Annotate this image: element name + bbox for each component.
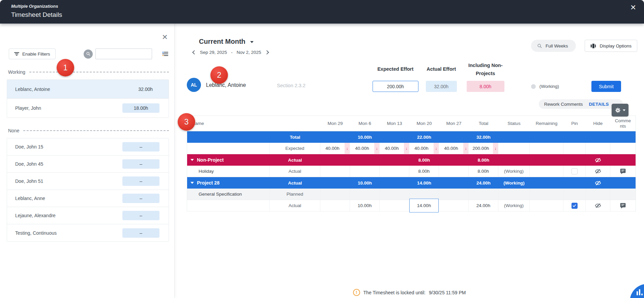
timesheet-row[interactable]: Non-ProjectActual8.00h8.00h: [187, 154, 636, 166]
page-title: Timesheet Details: [11, 11, 62, 19]
sidebar-resource-item[interactable]: Player, John18.00h: [7, 99, 169, 118]
hide-eye-icon[interactable]: [595, 168, 601, 174]
column-header-mon20: Mon 20: [409, 116, 439, 131]
filter-icon: [14, 52, 19, 56]
expected-effort-label: Expected Effort: [377, 66, 413, 72]
cell-mon13: [380, 189, 409, 200]
date-end: Nov 2, 2025: [237, 50, 261, 55]
column-header-mon29: Mon 29: [320, 116, 350, 131]
cell-label: Actual: [270, 177, 320, 189]
timesheet-row: Expected40.00h↓40.00h↓40.00h↓40.00h↓40.0…: [187, 143, 636, 154]
details-link[interactable]: DETAILS: [589, 102, 609, 107]
cell-total: 8.00h: [469, 166, 498, 177]
lock-message: The Timesheet is locked until:: [363, 290, 426, 295]
search-icon: [537, 43, 542, 48]
display-options-button[interactable]: Display Options: [585, 40, 637, 52]
bar-chart-icon: [637, 289, 643, 295]
sidebar-search-input[interactable]: [95, 48, 152, 59]
lock-datetime: 9/30/25 11:59 PM: [429, 290, 466, 295]
cell-pin: [563, 177, 586, 189]
next-period-icon[interactable]: [265, 50, 269, 55]
deficit-arrow-icon: ↓: [434, 143, 439, 154]
cell-hide: [586, 189, 610, 200]
deficit-arrow-icon: ↓: [345, 143, 350, 154]
user-status-label: (Working): [539, 84, 559, 89]
pin-checkbox[interactable]: [572, 203, 578, 209]
sidebar-resource-item[interactable]: Leblanc, Anne–: [7, 190, 169, 207]
sidebar-resource-item[interactable]: Lejaune, Alexandre–: [7, 207, 169, 224]
gear-icon: [615, 107, 621, 113]
sidebar-resource-item[interactable]: Testing, Continuous–: [7, 224, 169, 241]
actual-effort-value: 32.00h: [426, 81, 457, 92]
sidebar-resource-item[interactable]: Doe, John 45–: [7, 156, 169, 173]
full-weeks-filter[interactable]: Full Weeks: [531, 40, 576, 52]
cell-mon13: [380, 154, 409, 166]
cell-comments: [610, 143, 636, 154]
date-separator: -: [231, 50, 233, 55]
deficit-arrow-icon: ↓: [404, 143, 409, 154]
sidebar-resource-item[interactable]: Doe, John 15–: [7, 138, 169, 156]
cell-name: General Specification: [187, 189, 270, 200]
deficit-arrow-icon: ↓: [493, 143, 498, 154]
cell-comments: [610, 177, 636, 189]
modal-close-icon[interactable]: ×: [631, 3, 636, 12]
expected-effort-input[interactable]: 200.00h: [373, 81, 418, 92]
cell-hide: [586, 200, 610, 211]
sidebar-close-icon[interactable]: ×: [162, 32, 168, 42]
cell-name: [187, 143, 270, 154]
period-block: Current Month Sep 29, 2025 - Nov 2, 2025: [199, 38, 268, 55]
cell-hide: [586, 131, 610, 143]
actual-effort-label: Actual Effort: [427, 66, 456, 72]
column-header-pin: Pin: [563, 116, 586, 131]
date-range: Sep 29, 2025 - Nov 2, 2025: [193, 50, 268, 55]
prev-period-icon[interactable]: [192, 50, 197, 55]
enable-filters-button[interactable]: Enable Filters: [9, 48, 56, 59]
pin-checkbox[interactable]: [572, 168, 578, 174]
timesheet-row[interactable]: Project 28Actual10.00h14.00h24.00h(Worki…: [187, 177, 636, 189]
sidebar-resource-item[interactable]: Leblanc, Antoine32.00h: [7, 80, 169, 99]
annotation-marker-1: 1: [57, 59, 74, 76]
avatar: AL: [187, 78, 201, 92]
timesheet-row: General SpecificationPlanned: [187, 189, 636, 200]
grid-settings-button[interactable]: [612, 104, 628, 117]
period-dropdown[interactable]: Current Month: [199, 38, 268, 45]
cell-hide: [586, 177, 610, 189]
cell-total: 32.00h: [469, 131, 498, 143]
cell-mon29: [320, 177, 350, 189]
cell-mon20: 8.00h: [409, 166, 439, 177]
cell-hide: [586, 154, 610, 166]
filter-list-icon[interactable]: [162, 52, 168, 56]
resource-sidebar: × Enable Filters WorkingLeblanc, Antoine…: [0, 24, 175, 298]
cell-total: 24.00h: [469, 200, 498, 211]
warning-icon: !: [353, 289, 360, 296]
cell-status: [498, 131, 530, 143]
cell-mon27: [439, 177, 469, 189]
user-name: Leblanc, Antoine: [206, 82, 246, 88]
hide-eye-icon[interactable]: [595, 180, 601, 186]
submit-button[interactable]: Submit: [591, 81, 621, 92]
comment-icon[interactable]: [620, 202, 626, 209]
cell-label: Actual: [270, 154, 320, 166]
collapse-icon[interactable]: [191, 159, 194, 161]
date-start: Sep 29, 2025: [200, 50, 227, 55]
cell-remaining: [530, 200, 563, 211]
cell-name: Holiday: [187, 166, 270, 177]
hide-eye-icon[interactable]: [595, 157, 601, 163]
selected-effort-cell[interactable]: 14.00h: [409, 199, 439, 212]
hide-eye-icon[interactable]: [595, 202, 601, 209]
columns-icon: [590, 43, 596, 49]
sidebar-group-label: None: [8, 128, 169, 133]
search-icon[interactable]: [84, 49, 93, 59]
sidebar-toolbar: Enable Filters: [9, 48, 168, 59]
cell-mon20: 40.00h↓: [409, 143, 439, 154]
collapse-icon[interactable]: [191, 182, 194, 184]
cell-mon20: 8.00h: [409, 154, 439, 166]
cell-mon29: 40.00h↓: [320, 143, 350, 154]
column-header-label: [270, 116, 320, 131]
cell-mon13: 40.00h↓: [380, 143, 409, 154]
rework-comments-link[interactable]: Rework Comments: [544, 102, 583, 107]
cell-mon20: 22.00h: [409, 131, 439, 143]
comment-icon[interactable]: [620, 168, 626, 174]
sidebar-resource-item[interactable]: Doe, John 51–: [7, 173, 169, 190]
cell-label: Actual: [270, 166, 320, 177]
